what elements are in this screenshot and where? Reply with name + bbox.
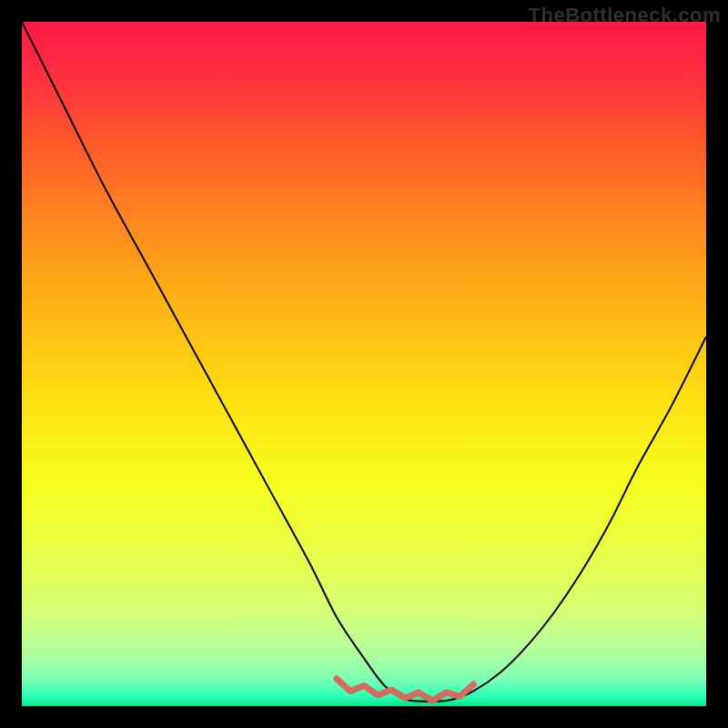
plot-area bbox=[22, 22, 706, 706]
plot-svg bbox=[22, 22, 706, 706]
gradient-background bbox=[22, 22, 706, 706]
chart-frame: TheBottleneck.com bbox=[0, 0, 728, 728]
